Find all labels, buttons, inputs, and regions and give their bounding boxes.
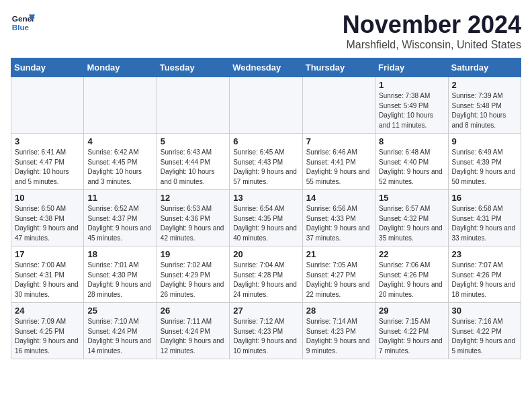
- day-info: Sunrise: 7:39 AM Sunset: 5:48 PM Dayligh…: [452, 91, 517, 130]
- day-number: 9: [452, 136, 517, 146]
- calendar-cell: 25Sunrise: 7:10 AM Sunset: 4:24 PM Dayli…: [84, 303, 157, 359]
- day-number: 10: [15, 193, 80, 203]
- calendar-cell: 1Sunrise: 7:38 AM Sunset: 5:49 PM Daylig…: [375, 77, 448, 134]
- day-number: 20: [233, 249, 298, 259]
- logo: General Blue: [11, 11, 35, 35]
- day-number: 4: [87, 136, 152, 146]
- day-number: 26: [161, 306, 226, 316]
- day-number: 18: [87, 249, 152, 259]
- day-info: Sunrise: 6:46 AM Sunset: 4:41 PM Dayligh…: [306, 148, 371, 187]
- calendar-cell: 21Sunrise: 7:05 AM Sunset: 4:27 PM Dayli…: [302, 246, 375, 303]
- calendar-cell: 26Sunrise: 7:11 AM Sunset: 4:24 PM Dayli…: [157, 303, 229, 359]
- day-info: Sunrise: 7:04 AM Sunset: 4:28 PM Dayligh…: [233, 261, 298, 300]
- day-info: Sunrise: 6:48 AM Sunset: 4:40 PM Dayligh…: [379, 148, 444, 187]
- calendar-cell: 27Sunrise: 7:12 AM Sunset: 4:23 PM Dayli…: [230, 303, 302, 359]
- day-info: Sunrise: 6:45 AM Sunset: 4:43 PM Dayligh…: [233, 148, 298, 187]
- day-info: Sunrise: 7:16 AM Sunset: 4:22 PM Dayligh…: [452, 317, 517, 356]
- calendar-cell: 7Sunrise: 6:46 AM Sunset: 4:41 PM Daylig…: [302, 134, 375, 190]
- day-number: 8: [379, 136, 444, 146]
- day-info: Sunrise: 6:49 AM Sunset: 4:39 PM Dayligh…: [452, 148, 517, 187]
- day-number: 23: [452, 249, 517, 259]
- calendar-day-header: Monday: [84, 58, 157, 77]
- day-number: 14: [306, 193, 371, 203]
- day-number: 27: [233, 306, 298, 316]
- calendar-week-row: 17Sunrise: 7:00 AM Sunset: 4:31 PM Dayli…: [11, 246, 521, 303]
- calendar-cell: 14Sunrise: 6:56 AM Sunset: 4:33 PM Dayli…: [302, 190, 375, 246]
- day-number: 30: [452, 306, 517, 316]
- calendar-cell: 29Sunrise: 7:15 AM Sunset: 4:22 PM Dayli…: [375, 303, 448, 359]
- calendar-week-row: 10Sunrise: 6:50 AM Sunset: 4:38 PM Dayli…: [11, 190, 521, 246]
- calendar-cell: 12Sunrise: 6:53 AM Sunset: 4:36 PM Dayli…: [157, 190, 229, 246]
- calendar-day-header: Sunday: [11, 58, 84, 77]
- day-number: 12: [161, 193, 226, 203]
- calendar-cell: 30Sunrise: 7:16 AM Sunset: 4:22 PM Dayli…: [448, 303, 521, 359]
- calendar-cell: 19Sunrise: 7:02 AM Sunset: 4:29 PM Dayli…: [157, 246, 229, 303]
- calendar-cell: 9Sunrise: 6:49 AM Sunset: 4:39 PM Daylig…: [448, 134, 521, 190]
- day-info: Sunrise: 7:02 AM Sunset: 4:29 PM Dayligh…: [161, 261, 226, 300]
- month-title: November 2024: [343, 11, 521, 39]
- calendar-header-row: SundayMondayTuesdayWednesdayThursdayFrid…: [11, 58, 521, 77]
- day-number: 15: [379, 193, 444, 203]
- day-info: Sunrise: 7:12 AM Sunset: 4:23 PM Dayligh…: [233, 317, 298, 356]
- day-info: Sunrise: 6:52 AM Sunset: 4:37 PM Dayligh…: [87, 204, 152, 243]
- calendar-cell: [84, 77, 157, 134]
- calendar-cell: [11, 77, 84, 134]
- day-number: 22: [379, 249, 444, 259]
- title-area: November 2024 Marshfield, Wisconsin, Uni…: [343, 11, 521, 51]
- day-number: 21: [306, 249, 371, 259]
- calendar-cell: 18Sunrise: 7:01 AM Sunset: 4:30 PM Dayli…: [84, 246, 157, 303]
- day-info: Sunrise: 7:06 AM Sunset: 4:26 PM Dayligh…: [379, 261, 444, 300]
- day-info: Sunrise: 6:53 AM Sunset: 4:36 PM Dayligh…: [161, 204, 226, 243]
- calendar-day-header: Friday: [375, 58, 448, 77]
- calendar-week-row: 24Sunrise: 7:09 AM Sunset: 4:25 PM Dayli…: [11, 303, 521, 359]
- calendar-cell: 2Sunrise: 7:39 AM Sunset: 5:48 PM Daylig…: [448, 77, 521, 134]
- calendar-body: 1Sunrise: 7:38 AM Sunset: 5:49 PM Daylig…: [11, 77, 521, 359]
- logo-icon: General Blue: [11, 11, 35, 35]
- day-info: Sunrise: 6:58 AM Sunset: 4:31 PM Dayligh…: [452, 204, 517, 243]
- day-info: Sunrise: 7:15 AM Sunset: 4:22 PM Dayligh…: [379, 317, 444, 356]
- day-number: 7: [306, 136, 371, 146]
- day-info: Sunrise: 7:05 AM Sunset: 4:27 PM Dayligh…: [306, 261, 371, 300]
- day-info: Sunrise: 7:11 AM Sunset: 4:24 PM Dayligh…: [161, 317, 226, 356]
- day-number: 25: [87, 306, 152, 316]
- calendar-cell: 22Sunrise: 7:06 AM Sunset: 4:26 PM Dayli…: [375, 246, 448, 303]
- location-title: Marshfield, Wisconsin, United States: [343, 39, 521, 51]
- calendar-week-row: 3Sunrise: 6:41 AM Sunset: 4:47 PM Daylig…: [11, 134, 521, 190]
- day-number: 19: [161, 249, 226, 259]
- calendar-cell: 4Sunrise: 6:42 AM Sunset: 4:45 PM Daylig…: [84, 134, 157, 190]
- calendar-day-header: Thursday: [302, 58, 375, 77]
- day-info: Sunrise: 7:00 AM Sunset: 4:31 PM Dayligh…: [15, 261, 80, 300]
- svg-text:Blue: Blue: [12, 23, 30, 32]
- day-number: 24: [15, 306, 80, 316]
- calendar-cell: [230, 77, 302, 134]
- calendar-cell: 10Sunrise: 6:50 AM Sunset: 4:38 PM Dayli…: [11, 190, 84, 246]
- day-info: Sunrise: 6:42 AM Sunset: 4:45 PM Dayligh…: [87, 148, 152, 187]
- day-number: 17: [15, 249, 80, 259]
- day-number: 11: [87, 193, 152, 203]
- day-number: 16: [452, 193, 517, 203]
- day-number: 3: [15, 136, 80, 146]
- calendar-cell: 20Sunrise: 7:04 AM Sunset: 4:28 PM Dayli…: [230, 246, 302, 303]
- calendar-cell: 15Sunrise: 6:57 AM Sunset: 4:32 PM Dayli…: [375, 190, 448, 246]
- day-info: Sunrise: 7:09 AM Sunset: 4:25 PM Dayligh…: [15, 317, 80, 356]
- calendar-cell: 5Sunrise: 6:43 AM Sunset: 4:44 PM Daylig…: [157, 134, 229, 190]
- day-info: Sunrise: 6:43 AM Sunset: 4:44 PM Dayligh…: [161, 148, 226, 187]
- calendar-week-row: 1Sunrise: 7:38 AM Sunset: 5:49 PM Daylig…: [11, 77, 521, 134]
- day-info: Sunrise: 7:38 AM Sunset: 5:49 PM Dayligh…: [379, 91, 444, 130]
- day-info: Sunrise: 7:10 AM Sunset: 4:24 PM Dayligh…: [87, 317, 152, 356]
- calendar-cell: 28Sunrise: 7:14 AM Sunset: 4:23 PM Dayli…: [302, 303, 375, 359]
- calendar-cell: [302, 77, 375, 134]
- calendar-day-header: Wednesday: [230, 58, 302, 77]
- day-info: Sunrise: 6:54 AM Sunset: 4:35 PM Dayligh…: [233, 204, 298, 243]
- day-info: Sunrise: 6:50 AM Sunset: 4:38 PM Dayligh…: [15, 204, 80, 243]
- day-number: 13: [233, 193, 298, 203]
- calendar-cell: 23Sunrise: 7:07 AM Sunset: 4:26 PM Dayli…: [448, 246, 521, 303]
- day-number: 29: [379, 306, 444, 316]
- calendar-cell: 16Sunrise: 6:58 AM Sunset: 4:31 PM Dayli…: [448, 190, 521, 246]
- day-number: 28: [306, 306, 371, 316]
- day-info: Sunrise: 6:41 AM Sunset: 4:47 PM Dayligh…: [15, 148, 80, 187]
- day-number: 2: [452, 80, 517, 90]
- day-number: 5: [161, 136, 226, 146]
- calendar-cell: 6Sunrise: 6:45 AM Sunset: 4:43 PM Daylig…: [230, 134, 302, 190]
- day-info: Sunrise: 6:57 AM Sunset: 4:32 PM Dayligh…: [379, 204, 444, 243]
